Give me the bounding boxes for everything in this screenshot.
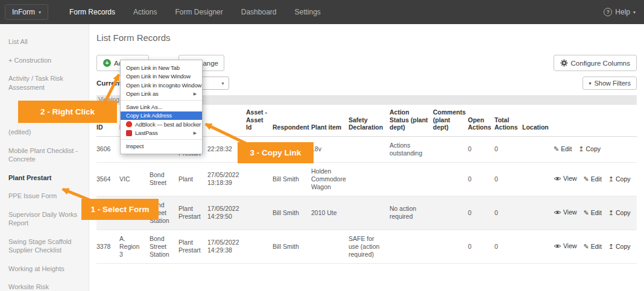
cell-respondent: Bill Smith <box>273 162 311 196</box>
copy-link[interactable]: ↥ Copy <box>608 175 631 183</box>
view-link[interactable]: View <box>554 208 577 216</box>
cell-asset <box>246 162 273 196</box>
help-icon: ? <box>604 8 612 16</box>
gear-icon <box>560 59 568 67</box>
cell-respondent: Bill Smith <box>273 230 311 263</box>
copy-link[interactable]: ↥ Copy <box>608 243 631 251</box>
view-link[interactable]: View <box>554 242 577 250</box>
edit-link[interactable]: ✎ Edit <box>584 209 602 217</box>
show-filters-button[interactable]: ▾ Show Filters <box>582 77 637 90</box>
sidebar-item-edited[interactable]: (edited) <box>0 123 89 142</box>
caret-down-icon: ▾ <box>39 10 41 15</box>
cell-action-status: Actions outstanding <box>390 136 433 162</box>
sidebar-item-ppe-issue-form[interactable]: PPE Issue Form <box>0 187 89 205</box>
sidebar-item-working-at-heights[interactable]: Working at Heights <box>0 260 89 278</box>
cell-date: 27/05/2022 13:18:39 <box>207 162 246 196</box>
sidebar-item-worksite-risk[interactable]: Worksite Risk <box>0 278 89 291</box>
col-header-location[interactable]: Location <box>522 105 554 136</box>
plus-icon: + <box>103 59 111 67</box>
help-menu[interactable]: ? Help ▾ <box>604 8 636 16</box>
cell-respondent: Bill Smith <box>273 196 311 230</box>
top-navbar: InForm ▾ Form Records Actions Form Desig… <box>0 0 644 24</box>
nav-tab-form-designer[interactable]: Form Designer <box>166 0 232 24</box>
menu-item-save-link-as[interactable]: Save Link As... <box>121 102 202 111</box>
col-header-safety-declaration[interactable]: Safety Declaration <box>349 105 390 136</box>
sidebar-item-activity-task-risk[interactable]: Activity / Task Risk Assessment <box>0 69 89 96</box>
sidebar-item-supervisor-daily[interactable]: Supervisor Daily Works Report <box>0 205 89 233</box>
menu-item-open-incognito[interactable]: Open Link in Incognito Window <box>121 81 202 90</box>
cell-id: 3606 <box>96 136 119 162</box>
menu-item-adblock[interactable]: AdBlock — best ad blocker ▶ <box>121 120 202 129</box>
cell-action-status <box>390 230 433 263</box>
browser-context-menu: Open Link in New Tab Open Link in New Wi… <box>120 60 203 154</box>
inform-menu-button[interactable]: InForm ▾ <box>5 4 48 20</box>
cell-open-actions: 0 <box>468 196 494 230</box>
nav-tab-dashboard[interactable]: Dashboard <box>232 0 286 24</box>
cell-comments <box>433 162 468 196</box>
copy-link[interactable]: ↥ Copy <box>608 209 631 217</box>
sidebar-item-swing-stage[interactable]: Swing Stage Scaffold Supplier Checklist <box>0 233 89 260</box>
cell-type: Plant <box>178 162 207 196</box>
sidebar-item-construction[interactable]: + Construction <box>0 51 89 70</box>
cell-date: 17/05/2022 14:29:38 <box>207 230 246 263</box>
copy-link[interactable]: ↥ Copy <box>578 145 601 153</box>
upload-icon: ↥ <box>578 145 584 153</box>
cell-id: 3564 <box>96 162 119 196</box>
col-header-asset[interactable]: Asset - Asset Id <box>246 105 273 136</box>
pencil-icon: ✎ <box>554 145 559 153</box>
sidebar-item-mobile-plant-checklist[interactable]: Mobile Plant Checklist - Concrete <box>0 142 89 169</box>
cell-asset <box>246 230 273 263</box>
pencil-icon: ✎ <box>584 243 589 251</box>
cell-date: 17/05/2022 14:29:50 <box>207 196 246 230</box>
form-type-sidebar: List All + Construction Activity / Task … <box>0 24 89 291</box>
menu-item-open-new-window[interactable]: Open Link in New Window <box>121 72 202 81</box>
view-link[interactable]: View <box>554 175 577 183</box>
caret-down-icon: ▾ <box>633 10 636 15</box>
submenu-arrow-icon: ▶ <box>191 131 197 136</box>
menu-item-inspect[interactable]: Inspect <box>121 142 202 151</box>
edit-link[interactable]: ✎ Edit <box>554 145 572 153</box>
col-header-plant-item[interactable]: Plant item <box>311 105 349 136</box>
nav-tab-settings[interactable]: Settings <box>285 0 329 24</box>
sidebar-item-plant-prestart[interactable]: Plant Prestart <box>0 169 89 187</box>
nav-tab-actions[interactable]: Actions <box>124 0 166 24</box>
col-header-date[interactable] <box>207 105 246 136</box>
edit-link[interactable]: ✎ Edit <box>584 243 602 251</box>
cell-comments <box>433 136 468 162</box>
edit-link[interactable]: ✎ Edit <box>584 175 602 183</box>
cell-location <box>522 162 554 196</box>
table-row: 3378 A. Region 3 Bond Street Station Pla… <box>96 230 637 263</box>
sidebar-item-list-all[interactable]: List All <box>0 33 89 51</box>
menu-item-open-new-tab[interactable]: Open Link in New Tab <box>121 63 202 72</box>
cell-row-actions: View ✎ Edit ↥ Copy <box>554 162 637 196</box>
nav-tabs: Form Records Actions Form Designer Dashb… <box>60 0 330 24</box>
nav-tab-form-records[interactable]: Form Records <box>60 0 124 24</box>
cell-location <box>522 196 554 230</box>
current-label: Current <box>96 80 122 87</box>
cell-plant-item: 18v <box>311 136 349 162</box>
menu-item-open-link-as[interactable]: Open Link as ▶ <box>121 90 202 99</box>
table-row: 3564 VIC Bond Street Plant 27/05/2022 13… <box>96 162 637 196</box>
cell-type: Plant Prestart <box>178 230 207 263</box>
col-header-comments[interactable]: Comments (plant dept) <box>433 105 468 136</box>
cell-row-actions: View ✎ Edit ↥ Copy <box>554 230 637 263</box>
cell-total-actions: 0 <box>494 162 522 196</box>
menu-item-copy-link-address[interactable]: Copy Link Address <box>121 111 202 120</box>
col-header-respondent[interactable]: Respondent <box>273 105 311 136</box>
cell-type: Plant Prestart <box>178 196 207 230</box>
configure-columns-button[interactable]: Configure Columns <box>554 55 637 71</box>
col-header-open-actions[interactable]: Open Actions <box>468 105 494 136</box>
cell-comments <box>433 230 468 263</box>
page-title: List Form Records <box>96 33 637 43</box>
upload-icon: ↥ <box>608 243 614 251</box>
col-header-action-status[interactable]: Action Status (plant dept) <box>390 105 433 136</box>
callout-step2-right-click: 2 - Right Click <box>18 101 117 123</box>
cell-safety <box>349 136 390 162</box>
menu-item-lastpass[interactable]: LastPass ▶ <box>121 129 202 138</box>
eye-icon <box>554 243 561 249</box>
lastpass-icon <box>126 130 132 136</box>
chevron-down-icon: ▾ <box>222 81 224 86</box>
cell-site: Bond Street Station <box>150 230 178 263</box>
col-header-total-actions[interactable]: Total Actions <box>494 105 522 136</box>
help-label: Help <box>615 8 630 16</box>
